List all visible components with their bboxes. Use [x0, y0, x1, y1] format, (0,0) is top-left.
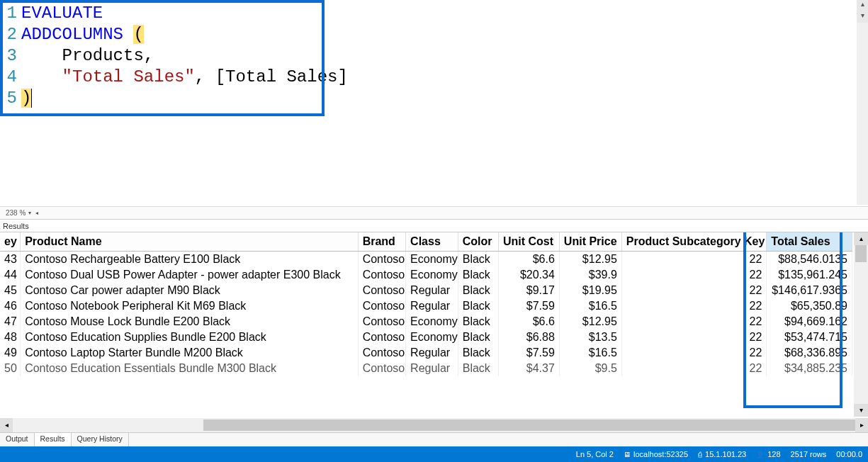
cell-name[interactable]: Contoso Notebook Peripheral Kit M69 Blac… — [21, 298, 359, 314]
cell-brand[interactable]: Contoso — [358, 298, 405, 314]
column-header-total[interactable]: Total Sales — [767, 232, 852, 252]
cell-color[interactable]: Black — [458, 314, 498, 329]
code-line[interactable]: 2ADDCOLUMNS ( — [0, 24, 868, 45]
column-header-class[interactable]: Class — [406, 232, 458, 252]
table-row[interactable]: 46Contoso Notebook Peripheral Kit M69 Bl… — [0, 298, 852, 314]
cell-color[interactable]: Black — [458, 298, 498, 314]
grid-horizontal-scrollbar[interactable]: ◂ ▸ — [0, 418, 868, 432]
code-text[interactable]: "Total Sales", [Total Sales] — [21, 67, 348, 88]
cell-class[interactable]: Economy — [406, 329, 458, 345]
editor-vertical-scrollbar[interactable]: ▴ ▾ — [857, 0, 868, 205]
cell-uprice[interactable]: $12.95 — [559, 252, 621, 268]
table-row[interactable]: 44Contoso Dual USB Power Adapter - power… — [0, 267, 852, 283]
cell-subkey[interactable]: 22 — [621, 267, 767, 283]
cell-key[interactable]: 50 — [0, 361, 21, 376]
cell-brand[interactable]: Contoso — [358, 283, 405, 298]
column-header-key[interactable]: ey — [0, 232, 21, 252]
scroll-up-icon[interactable]: ▴ — [857, 0, 868, 11]
table-row[interactable]: 49Contoso Laptop Starter Bundle M200 Bla… — [0, 345, 852, 361]
grid-scroll-right-icon[interactable]: ▸ — [855, 418, 868, 432]
cell-total[interactable]: $53,474.715 — [767, 329, 852, 345]
grid-scroll-left-icon[interactable]: ◂ — [0, 418, 13, 432]
cell-ucost[interactable]: $6.6 — [498, 252, 559, 268]
cell-class[interactable]: Regular — [406, 283, 458, 298]
table-row[interactable]: 47Contoso Mouse Lock Bundle E200 BlackCo… — [0, 314, 852, 329]
cell-total[interactable]: $65,350.89 — [767, 298, 852, 314]
cell-ucost[interactable]: $9.17 — [498, 283, 559, 298]
table-row[interactable]: 45Contoso Car power adapter M90 BlackCon… — [0, 283, 852, 298]
cell-ucost[interactable]: $20.34 — [498, 267, 559, 283]
code-text[interactable]: Products, — [21, 45, 154, 67]
cell-total[interactable]: $88,546.0135 — [767, 252, 852, 268]
scroll-down-icon[interactable]: ▾ — [857, 11, 868, 23]
cell-color[interactable]: Black — [458, 283, 498, 298]
cell-total[interactable]: $146,617.9365 — [767, 283, 852, 298]
cell-class[interactable]: Economy — [406, 252, 458, 268]
cell-name[interactable]: Contoso Rechargeable Battery E100 Black — [21, 252, 359, 268]
cell-key[interactable]: 48 — [0, 329, 21, 345]
cell-subkey[interactable]: 22 — [621, 329, 767, 345]
cell-name[interactable]: Contoso Laptop Starter Bundle M200 Black — [21, 345, 359, 361]
cell-brand[interactable]: Contoso — [358, 267, 405, 283]
table-row[interactable]: 50Contoso Education Essentials Bundle M3… — [0, 361, 852, 376]
code-text[interactable]: ) — [21, 88, 32, 109]
cell-name[interactable]: Contoso Dual USB Power Adapter - power a… — [21, 267, 359, 283]
cell-color[interactable]: Black — [458, 252, 498, 268]
cell-uprice[interactable]: $39.9 — [559, 267, 621, 283]
grid-vertical-scrollbar[interactable]: ▴ ▾ — [854, 232, 868, 417]
cell-ucost[interactable]: $4.37 — [498, 361, 559, 376]
cell-key[interactable]: 44 — [0, 267, 21, 283]
cell-ucost[interactable]: $7.59 — [498, 345, 559, 361]
column-header-name[interactable]: Product Name — [21, 232, 359, 252]
cell-uprice[interactable]: $12.95 — [559, 314, 621, 329]
grid-hscroll-thumb[interactable] — [203, 419, 855, 431]
cell-name[interactable]: Contoso Education Essentials Bundle M300… — [21, 361, 359, 376]
hscroll-left-icon[interactable]: ◂ — [35, 210, 38, 216]
code-text[interactable]: ADDCOLUMNS ( — [21, 24, 144, 45]
code-line[interactable]: 1EVALUATE — [0, 3, 868, 24]
cell-total[interactable]: $94,669.162 — [767, 314, 852, 329]
cell-brand[interactable]: Contoso — [358, 345, 405, 361]
cell-color[interactable]: Black — [458, 361, 498, 376]
tab-output[interactable]: Output — [0, 433, 35, 446]
code-line[interactable]: 3 Products, — [0, 45, 868, 67]
grid-vscroll-thumb[interactable] — [855, 245, 867, 262]
column-header-brand[interactable]: Brand — [358, 232, 405, 252]
tab-results[interactable]: Results — [35, 433, 72, 446]
zoom-dropdown-icon[interactable]: ▾ — [28, 210, 35, 216]
cell-name[interactable]: Contoso Mouse Lock Bundle E200 Black — [21, 314, 359, 329]
cell-subkey[interactable]: 22 — [621, 298, 767, 314]
code-editor[interactable]: 1EVALUATE2ADDCOLUMNS (3 Products,4 "Tota… — [0, 0, 868, 205]
code-line[interactable]: 4 "Total Sales", [Total Sales] — [0, 67, 868, 88]
cell-ucost[interactable]: $7.59 — [498, 298, 559, 314]
cell-color[interactable]: Black — [458, 329, 498, 345]
grid-scroll-down-icon[interactable]: ▾ — [854, 404, 868, 417]
cell-class[interactable]: Economy — [406, 267, 458, 283]
code-text[interactable]: EVALUATE — [21, 3, 103, 24]
cell-total[interactable]: $68,336.895 — [767, 345, 852, 361]
zoom-level[interactable]: 238 % — [0, 209, 28, 217]
column-header-subkey[interactable]: Product Subcategory Key — [621, 232, 767, 252]
cell-subkey[interactable]: 22 — [621, 252, 767, 268]
cell-total[interactable]: $34,885.235 — [767, 361, 852, 376]
cell-key[interactable]: 47 — [0, 314, 21, 329]
cell-key[interactable]: 43 — [0, 252, 21, 268]
cell-brand[interactable]: Contoso — [358, 329, 405, 345]
cell-brand[interactable]: Contoso — [358, 314, 405, 329]
cell-subkey[interactable]: 22 — [621, 283, 767, 298]
table-row[interactable]: 48Contoso Education Supplies Bundle E200… — [0, 329, 852, 345]
cell-subkey[interactable]: 22 — [621, 314, 767, 329]
cell-brand[interactable]: Contoso — [358, 252, 405, 268]
cell-class[interactable]: Economy — [406, 314, 458, 329]
grid-scroll-up-icon[interactable]: ▴ — [854, 232, 868, 245]
cell-ucost[interactable]: $6.6 — [498, 314, 559, 329]
cell-color[interactable]: Black — [458, 267, 498, 283]
column-header-ucost[interactable]: Unit Cost — [498, 232, 559, 252]
tab-query-history[interactable]: Query History — [72, 433, 129, 446]
code-line[interactable]: 5) — [0, 88, 868, 109]
cell-subkey[interactable]: 22 — [621, 345, 767, 361]
cell-name[interactable]: Contoso Car power adapter M90 Black — [21, 283, 359, 298]
cell-color[interactable]: Black — [458, 345, 498, 361]
cell-class[interactable]: Regular — [406, 298, 458, 314]
cell-key[interactable]: 45 — [0, 283, 21, 298]
